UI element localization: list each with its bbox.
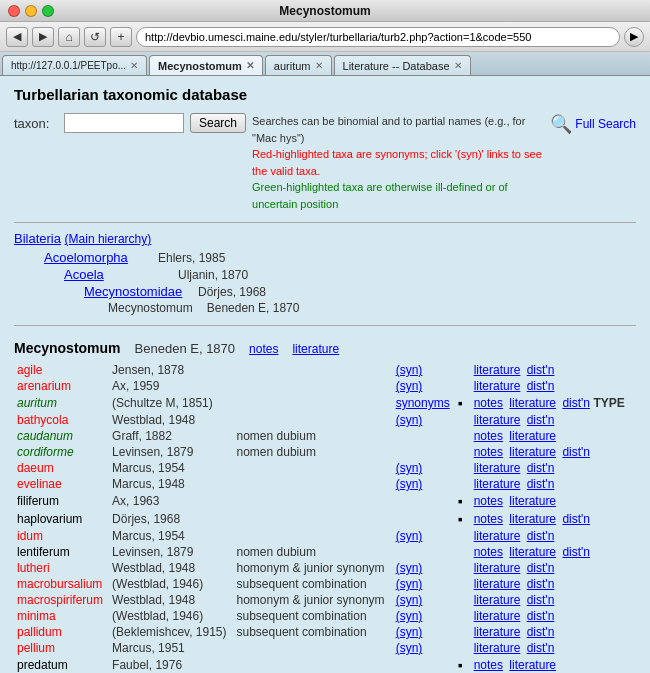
tab-auritum[interactable]: auritum ✕: [265, 55, 332, 75]
hier-link-acoelomorpha[interactable]: Acoelomorpha: [44, 250, 154, 265]
sp-syn-link[interactable]: (syn): [396, 561, 423, 575]
sp-dist-link[interactable]: dist'n: [527, 561, 555, 575]
sp-literature-link[interactable]: literature: [474, 561, 521, 575]
sp-syn-link[interactable]: (syn): [396, 477, 423, 491]
sp-literature-link[interactable]: literature: [509, 396, 556, 410]
sp-literature-link[interactable]: literature: [509, 545, 556, 559]
sp-syn-link[interactable]: (syn): [396, 461, 423, 475]
sp-literature-link[interactable]: literature: [474, 625, 521, 639]
sp-syn-link[interactable]: (syn): [396, 413, 423, 427]
taxon-input[interactable]: [64, 113, 184, 133]
sp-dist-link[interactable]: dist'n: [562, 545, 590, 559]
sp-literature-link[interactable]: literature: [474, 363, 521, 377]
sp-notes-link[interactable]: notes: [474, 658, 503, 672]
sp-dist-link[interactable]: dist'n: [527, 593, 555, 607]
sp-name: pallidum: [14, 624, 109, 640]
search-button[interactable]: Search: [190, 113, 246, 133]
sp-author: Graff, 1882: [109, 428, 233, 444]
minimize-btn[interactable]: [25, 5, 37, 17]
sp-icon-cell: ▪: [455, 492, 471, 510]
sp-dist-link[interactable]: dist'n: [527, 625, 555, 639]
sp-syn-link[interactable]: (syn): [396, 625, 423, 639]
sp-dist-link[interactable]: dist'n: [527, 609, 555, 623]
url-bar[interactable]: [136, 27, 620, 47]
sp-icon-cell: ▪: [455, 394, 471, 412]
forward-button[interactable]: ▶: [32, 27, 54, 47]
sp-literature-link[interactable]: literature: [509, 512, 556, 526]
sp-syn-link[interactable]: (syn): [396, 379, 423, 393]
new-tab-button[interactable]: +: [110, 27, 132, 47]
maximize-btn[interactable]: [42, 5, 54, 17]
sp-notes-link[interactable]: notes: [474, 396, 503, 410]
sp-notes-link[interactable]: notes: [474, 445, 503, 459]
sp-icon[interactable]: ▪: [458, 511, 463, 527]
sp-icon[interactable]: ▪: [458, 657, 463, 673]
sp-notes-link[interactable]: notes: [474, 545, 503, 559]
sp-actions: literature dist'n: [471, 362, 636, 378]
sp-literature-link[interactable]: literature: [509, 445, 556, 459]
hierarchy-main-link[interactable]: (Main hierarchy): [65, 232, 152, 246]
hier-link-acoela[interactable]: Acoela: [64, 267, 174, 282]
sp-icon-cell: [455, 412, 471, 428]
sp-syn-link[interactable]: (syn): [396, 641, 423, 655]
sp-actions: literature dist'n: [471, 608, 636, 624]
sp-dist-link[interactable]: dist'n: [527, 379, 555, 393]
sp-literature-link[interactable]: literature: [509, 658, 556, 672]
sp-syn-link[interactable]: (syn): [396, 529, 423, 543]
go-button[interactable]: ▶: [624, 27, 644, 47]
back-button[interactable]: ◀: [6, 27, 28, 47]
sp-literature-link[interactable]: literature: [474, 577, 521, 591]
hier-link-mecynostomidae[interactable]: Mecynostomidae: [84, 284, 194, 299]
reload-button[interactable]: ↺: [84, 27, 106, 47]
sp-literature-link[interactable]: literature: [474, 529, 521, 543]
sp-literature-link[interactable]: literature: [474, 379, 521, 393]
sp-dist-link[interactable]: dist'n: [562, 512, 590, 526]
sp-dist-link[interactable]: dist'n: [527, 529, 555, 543]
sp-dist-link[interactable]: dist'n: [527, 461, 555, 475]
sp-type: TYPE: [593, 396, 624, 410]
sp-literature-link[interactable]: literature: [474, 413, 521, 427]
sp-icon[interactable]: ▪: [458, 395, 463, 411]
sp-synonyms-link[interactable]: synonyms: [396, 396, 450, 410]
tab-literature-close[interactable]: ✕: [454, 60, 462, 71]
sp-dist-link[interactable]: dist'n: [527, 363, 555, 377]
sp-syn-link[interactable]: (syn): [396, 593, 423, 607]
sp-notes-link[interactable]: notes: [474, 494, 503, 508]
hierarchy-heading-link[interactable]: Bilateria: [14, 231, 61, 246]
tab-literature[interactable]: Literature -- Database ✕: [334, 55, 471, 75]
sp-note: [234, 394, 393, 412]
sp-syn-link[interactable]: (syn): [396, 577, 423, 591]
sp-dist-link[interactable]: dist'n: [527, 641, 555, 655]
sp-icon[interactable]: ▪: [458, 493, 463, 509]
sp-syn-link[interactable]: (syn): [396, 609, 423, 623]
home-button[interactable]: ⌂: [58, 27, 80, 47]
sp-notes-link[interactable]: notes: [474, 429, 503, 443]
sp-syn-link[interactable]: (syn): [396, 363, 423, 377]
sp-dist-link[interactable]: dist'n: [527, 577, 555, 591]
sp-dist-link[interactable]: dist'n: [527, 413, 555, 427]
sp-name: idum: [14, 528, 109, 544]
sp-literature-link[interactable]: literature: [474, 641, 521, 655]
sp-dist-link[interactable]: dist'n: [562, 445, 590, 459]
sp-literature-link[interactable]: literature: [509, 429, 556, 443]
sp-literature-link[interactable]: literature: [474, 461, 521, 475]
sp-literature-link[interactable]: literature: [474, 609, 521, 623]
close-btn[interactable]: [8, 5, 20, 17]
sp-literature-link[interactable]: literature: [474, 477, 521, 491]
tab-0-close[interactable]: ✕: [130, 60, 138, 71]
tab-auritum-close[interactable]: ✕: [315, 60, 323, 71]
sp-dist-link[interactable]: dist'n: [527, 477, 555, 491]
sp-actions: notes literature dist'n: [471, 510, 636, 528]
sp-dist-link[interactable]: dist'n: [562, 396, 590, 410]
sp-literature-link[interactable]: literature: [509, 494, 556, 508]
full-search-button[interactable]: 🔍 Full Search: [550, 113, 636, 135]
sp-name: auritum: [14, 394, 109, 412]
tab-0[interactable]: http://127.0.0.1/PEETpo... ✕: [2, 55, 147, 75]
sp-actions: notes literature dist'n TYPE: [471, 394, 636, 412]
tab-mecynostomum[interactable]: Mecynostomum ✕: [149, 55, 263, 75]
sp-literature-link[interactable]: literature: [474, 593, 521, 607]
main-taxon-literature-link[interactable]: literature: [292, 342, 339, 356]
sp-notes-link[interactable]: notes: [474, 512, 503, 526]
tab-mecynostomum-close[interactable]: ✕: [246, 60, 254, 71]
main-taxon-notes-link[interactable]: notes: [249, 342, 278, 356]
